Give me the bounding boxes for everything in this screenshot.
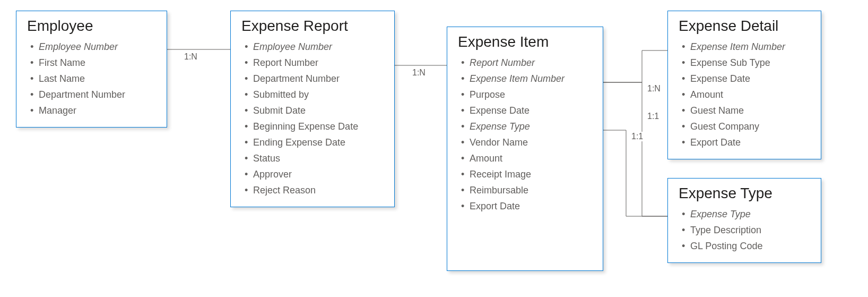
entity-employee: Employee Employee NumberFirst NameLast N…	[16, 11, 167, 128]
attribute-item: Department Number	[27, 87, 156, 103]
attribute-item: Export Date	[458, 198, 592, 214]
entity-title: Expense Detail	[679, 18, 810, 35]
attribute-item: Reimbursable	[458, 182, 592, 198]
attribute-item: Expense Date	[458, 103, 592, 118]
attribute-item: Report Number	[241, 55, 384, 71]
entity-expense-detail: Expense Detail Expense Item NumberExpens…	[667, 11, 821, 159]
attribute-item: Expense Date	[679, 71, 810, 87]
attribute-item: Guest Name	[679, 103, 810, 118]
entity-attrs-expenseReport: Employee NumberReport NumberDepartment N…	[241, 39, 384, 198]
attribute-item: Expense Sub Type	[679, 55, 810, 71]
attribute-item: Manager	[27, 103, 156, 118]
relation-label: 1:N	[183, 52, 198, 62]
attribute-item: Submitted by	[241, 87, 384, 103]
attribute-item: Type Description	[679, 222, 810, 238]
attribute-item: First Name	[27, 55, 156, 71]
relation-label: 1:N	[646, 84, 662, 94]
entity-title: Expense Type	[679, 185, 810, 202]
entity-title: Expense Report	[241, 18, 384, 35]
entity-title: Employee	[27, 18, 156, 35]
relation-label: 1:N	[411, 68, 427, 78]
entity-expense-type: Expense Type Expense TypeType Descriptio…	[667, 178, 821, 263]
attribute-item: Last Name	[27, 71, 156, 87]
entity-attrs-employee: Employee NumberFirst NameLast NameDepart…	[27, 39, 156, 118]
attribute-item: Export Date	[679, 134, 810, 150]
attribute-item: Expense Type	[679, 206, 810, 222]
attribute-item: Amount	[679, 87, 810, 103]
attribute-item: Ending Expense Date	[241, 134, 384, 150]
relation-label: 1:1	[646, 112, 660, 121]
relation-label: 1:1	[630, 132, 644, 141]
attribute-item: Receipt Image	[458, 166, 592, 182]
entity-attrs-expenseType: Expense TypeType DescriptionGL Posting C…	[679, 206, 810, 254]
attribute-item: Vendor Name	[458, 134, 592, 150]
attribute-item: GL Posting Code	[679, 238, 810, 254]
entity-title: Expense Item	[458, 33, 592, 50]
attribute-item: Expense Type	[458, 118, 592, 134]
attribute-item: Department Number	[241, 71, 384, 87]
attribute-item: Submit Date	[241, 103, 384, 118]
entity-expense-report: Expense Report Employee NumberReport Num…	[230, 11, 395, 207]
attribute-item: Expense Item Number	[458, 71, 592, 87]
attribute-item: Approver	[241, 166, 384, 182]
attribute-item: Beginning Expense Date	[241, 118, 384, 134]
entity-attrs-expenseItem: Report NumberExpense Item NumberPurposeE…	[458, 55, 592, 214]
attribute-item: Purpose	[458, 87, 592, 103]
attribute-item: Status	[241, 150, 384, 166]
entity-expense-item: Expense Item Report NumberExpense Item N…	[447, 27, 603, 271]
entity-attrs-expenseDetail: Expense Item NumberExpense Sub TypeExpen…	[679, 39, 810, 150]
attribute-item: Reject Reason	[241, 182, 384, 198]
attribute-item: Report Number	[458, 55, 592, 71]
attribute-item: Guest Company	[679, 118, 810, 134]
diagram-canvas: Employee Employee NumberFirst NameLast N…	[0, 0, 868, 297]
attribute-item: Employee Number	[27, 39, 156, 55]
attribute-item: Expense Item Number	[679, 39, 810, 55]
attribute-item: Amount	[458, 150, 592, 166]
attribute-item: Employee Number	[241, 39, 384, 55]
